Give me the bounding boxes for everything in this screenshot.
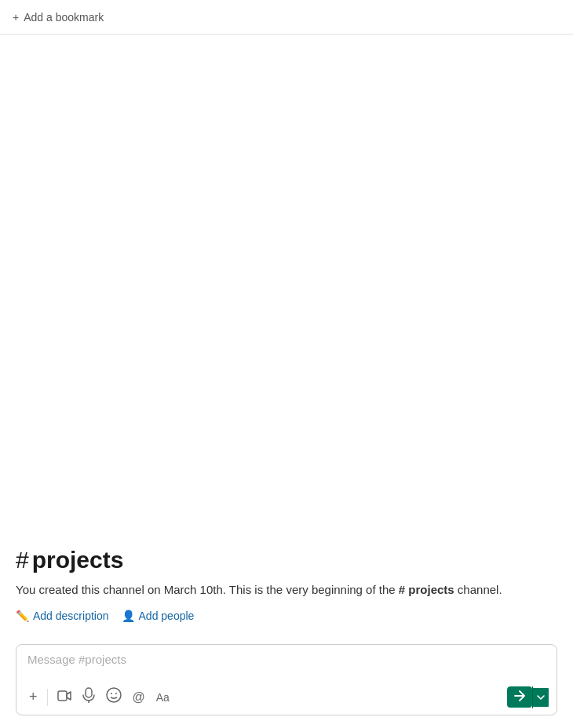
send-icon [514, 690, 525, 704]
send-button[interactable] [507, 686, 532, 708]
bookmark-bar: + Add a bookmark [0, 0, 573, 35]
svg-point-3 [107, 688, 121, 702]
channel-hash: # [16, 547, 29, 573]
svg-point-5 [115, 693, 117, 694]
toolbar-separator-1 [47, 689, 48, 706]
chevron-down-icon [537, 692, 545, 703]
add-people-button[interactable]: 👤 Add people [122, 610, 195, 622]
send-group [507, 686, 549, 708]
channel-name: projects [32, 547, 124, 573]
emoji-button[interactable] [101, 684, 126, 710]
message-input-container: + [16, 644, 557, 715]
message-toolbar: + [16, 679, 557, 715]
add-people-label: Add people [139, 610, 195, 622]
channel-title: # projects [16, 547, 557, 573]
format-button[interactable]: Aa [151, 688, 174, 707]
at-icon: @ [133, 690, 145, 704]
video-icon [57, 689, 71, 705]
channel-creation-text: You created this channel on March 10th. … [16, 581, 557, 599]
person-add-icon: 👤 [122, 610, 135, 622]
message-input[interactable] [27, 653, 546, 666]
add-bookmark-label[interactable]: Add a bookmark [24, 11, 104, 24]
mic-button[interactable] [78, 684, 100, 710]
svg-rect-0 [58, 691, 67, 701]
mic-icon [82, 687, 95, 707]
creation-text-part2: channel. [454, 583, 502, 596]
plus-icon: + [29, 689, 38, 705]
add-bookmark-icon: + [13, 11, 19, 24]
main-content: # projects You created this channel on M… [0, 35, 573, 728]
creation-text-part1: You created this channel on March 10th. … [16, 583, 399, 596]
send-more-button[interactable] [533, 688, 549, 707]
svg-rect-1 [86, 688, 92, 697]
add-attachment-button[interactable]: + [24, 686, 42, 708]
mention-button[interactable]: @ [128, 687, 150, 708]
add-description-button[interactable]: ✏️ Add description [16, 610, 109, 622]
message-input-area [16, 645, 557, 679]
empty-space [16, 35, 557, 547]
channel-actions: ✏️ Add description 👤 Add people [16, 610, 557, 622]
creation-text-bold: # projects [399, 583, 454, 596]
video-button[interactable] [53, 686, 76, 708]
emoji-icon [106, 687, 122, 707]
pencil-icon: ✏️ [16, 610, 29, 622]
add-description-label: Add description [33, 610, 109, 622]
channel-heading-section: # projects You created this channel on M… [16, 547, 557, 632]
svg-point-4 [111, 693, 112, 694]
format-icon: Aa [156, 691, 170, 704]
